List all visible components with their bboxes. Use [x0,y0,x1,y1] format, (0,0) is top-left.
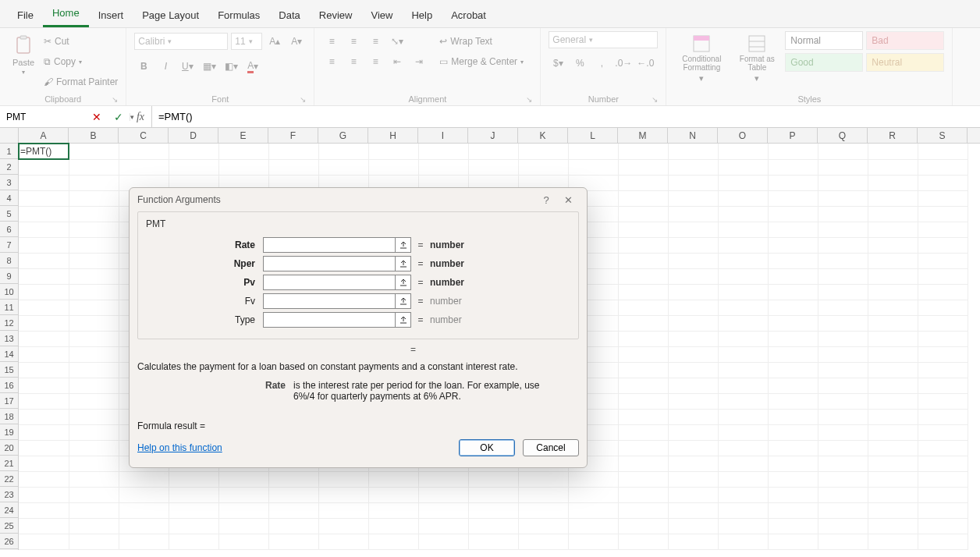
row-header-24[interactable]: 24 [0,502,18,518]
cell-J23[interactable] [468,487,518,502]
cell-N9[interactable] [668,268,718,284]
cell-N23[interactable] [668,487,718,502]
cell-H2[interactable] [368,159,418,175]
row-header-15[interactable]: 15 [0,362,18,378]
cell-O24[interactable] [718,502,768,518]
cell-A19[interactable] [19,424,69,440]
cell-A6[interactable] [19,222,69,237]
cell-E25[interactable] [218,518,268,534]
cell-A1[interactable]: =PMT() [19,144,69,159]
cell-N14[interactable] [668,346,718,362]
cell-A20[interactable] [19,440,69,456]
cell-G1[interactable] [318,144,368,159]
cell-O14[interactable] [718,346,768,362]
col-header-P[interactable]: P [768,128,818,143]
cell-P12[interactable] [768,315,818,331]
cell-A13[interactable] [19,331,69,346]
cancel-formula-icon[interactable]: ✕ [86,111,108,123]
help-link[interactable]: Help on this function [137,442,222,453]
cell-S21[interactable] [918,456,968,471]
cell-O15[interactable] [718,362,768,378]
tab-acrobat[interactable]: Acrobat [442,3,495,27]
cell-O9[interactable] [718,268,768,284]
col-header-S[interactable]: S [918,128,968,143]
underline-button[interactable]: U▾ [178,57,197,76]
col-header-R[interactable]: R [868,128,918,143]
dialog-launcher-icon[interactable]: ↘ [652,95,658,104]
cell-A17[interactable] [19,393,69,409]
cell-N12[interactable] [668,315,718,331]
col-header-O[interactable]: O [718,128,768,143]
cell-E26[interactable] [218,534,268,549]
cell-B10[interactable] [69,284,119,300]
cell-R6[interactable] [868,222,918,237]
cell-P13[interactable] [768,331,818,346]
cell-M24[interactable] [618,502,668,518]
col-header-N[interactable]: N [668,128,718,143]
cell-N20[interactable] [668,440,718,456]
style-bad[interactable]: Bad [866,31,944,50]
cell-M15[interactable] [618,362,668,378]
close-icon[interactable]: ✕ [557,194,579,206]
cell-R24[interactable] [868,502,918,518]
cell-M8[interactable] [618,253,668,268]
cell-O8[interactable] [718,253,768,268]
cell-S26[interactable] [918,534,968,549]
cell-P4[interactable] [768,190,818,206]
cell-R26[interactable] [868,534,918,549]
cell-Q14[interactable] [818,346,868,362]
cell-B16[interactable] [69,378,119,393]
cell-A4[interactable] [19,190,69,206]
cell-E2[interactable] [218,159,268,175]
row-header-23[interactable]: 23 [0,487,18,502]
row-header-26[interactable]: 26 [0,534,18,549]
col-header-K[interactable]: K [518,128,568,143]
arg-input-type[interactable] [263,312,396,328]
cell-R13[interactable] [868,331,918,346]
cell-M3[interactable] [618,175,668,190]
cell-C22[interactable] [119,471,169,487]
bold-button[interactable]: B [134,57,153,76]
col-header-B[interactable]: B [69,128,119,143]
row-header-3[interactable]: 3 [0,175,18,190]
cancel-button[interactable]: Cancel [523,439,579,456]
cell-A21[interactable] [19,456,69,471]
cell-N4[interactable] [668,190,718,206]
cell-P15[interactable] [768,362,818,378]
cell-O11[interactable] [718,300,768,315]
cell-P14[interactable] [768,346,818,362]
cell-Q17[interactable] [818,393,868,409]
cell-G23[interactable] [318,487,368,502]
cell-K2[interactable] [518,159,568,175]
cell-Q26[interactable] [818,534,868,549]
cell-S11[interactable] [918,300,968,315]
cell-M14[interactable] [618,346,668,362]
cell-A10[interactable] [19,284,69,300]
cell-E22[interactable] [218,471,268,487]
cell-O13[interactable] [718,331,768,346]
cell-B2[interactable] [69,159,119,175]
conditional-formatting-button[interactable]: Conditional Formatting▾ [674,31,729,87]
cell-P3[interactable] [768,175,818,190]
cell-K24[interactable] [518,502,568,518]
cell-R8[interactable] [868,253,918,268]
cell-O2[interactable] [718,159,768,175]
merge-center-button[interactable]: ▭ Merge & Center ▾ [439,51,524,72]
cell-I2[interactable] [418,159,468,175]
cell-B17[interactable] [69,393,119,409]
dialog-launcher-icon[interactable]: ↘ [300,95,306,104]
row-header-7[interactable]: 7 [0,237,18,253]
cell-P1[interactable] [768,144,818,159]
cell-O16[interactable] [718,378,768,393]
cell-P26[interactable] [768,534,818,549]
cell-R16[interactable] [868,378,918,393]
align-right-icon[interactable]: ≡ [366,52,385,71]
cell-B21[interactable] [69,456,119,471]
cell-M16[interactable] [618,378,668,393]
border-button[interactable]: ▦▾ [200,57,218,76]
cell-R3[interactable] [868,175,918,190]
cell-N17[interactable] [668,393,718,409]
cell-J24[interactable] [468,502,518,518]
cell-H26[interactable] [368,534,418,549]
cell-R11[interactable] [868,300,918,315]
